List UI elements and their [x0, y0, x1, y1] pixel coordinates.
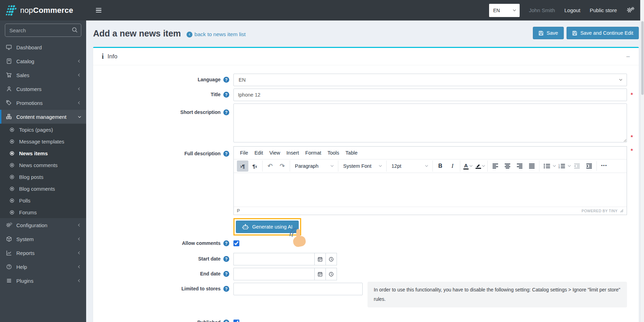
limited-to-stores-input[interactable]: [233, 283, 363, 295]
sidebar-item-topics-pages[interactable]: Topics (pages): [0, 124, 86, 135]
numbered-list-button[interactable]: 123: [556, 160, 568, 172]
editor-content-area[interactable]: [234, 173, 627, 207]
save-and-continue-button[interactable]: Save and Continue Edit: [567, 27, 639, 39]
bars-icon: [6, 278, 12, 283]
short-description-label: Short description: [180, 109, 221, 115]
public-store-link[interactable]: Public store: [590, 7, 617, 13]
clock-icon[interactable]: [325, 253, 337, 265]
redo-button[interactable]: ↷: [276, 160, 288, 172]
help-icon[interactable]: ?: [223, 240, 229, 246]
editor-menu-format[interactable]: Format: [302, 148, 324, 157]
sidebar-item-forums[interactable]: Forums: [0, 206, 86, 218]
header-language-select[interactable]: EN: [489, 4, 520, 17]
sidebar-item-blog-posts[interactable]: Blog posts: [0, 171, 86, 183]
chevron-down-icon[interactable]: [553, 164, 556, 167]
page-scrollbar[interactable]: [640, 0, 644, 322]
highlight-color-button[interactable]: [474, 160, 486, 172]
clock-icon[interactable]: [325, 268, 337, 280]
rtl-button[interactable]: ¶‹: [249, 160, 261, 172]
calendar-icon[interactable]: [314, 268, 326, 280]
floppy-icon: [538, 31, 544, 36]
align-center-button[interactable]: [502, 160, 513, 172]
align-right-button[interactable]: [514, 160, 525, 172]
start-date-input[interactable]: [233, 253, 315, 265]
brand-logo[interactable]: nopCommerce: [0, 0, 86, 20]
bullet-list-button[interactable]: [541, 160, 553, 172]
full-description-label: Full description: [184, 151, 221, 156]
outdent-button[interactable]: [571, 160, 583, 172]
save-button[interactable]: Save: [533, 27, 564, 39]
brand-name: nopCommerce: [20, 6, 73, 15]
editor-menu-view[interactable]: View: [266, 148, 283, 157]
italic-button[interactable]: I: [447, 160, 458, 172]
help-icon[interactable]: ?: [223, 151, 229, 157]
collapse-panel-button[interactable]: −: [626, 53, 630, 60]
chevron-left-icon: [78, 101, 81, 104]
help-icon[interactable]: ?: [223, 286, 229, 292]
align-justify-button[interactable]: [526, 160, 537, 172]
sidebar-item-message-templates[interactable]: Message templates: [0, 135, 86, 147]
back-to-news-list-link[interactable]: ‹ back to news item list: [187, 31, 246, 38]
sidebar-item-catalog[interactable]: Catalog: [0, 54, 86, 68]
resize-grip-icon[interactable]: [620, 209, 624, 213]
search-input[interactable]: [5, 24, 81, 37]
sidebar-item-polls[interactable]: Polls: [0, 195, 86, 206]
font-size-dropdown[interactable]: 12pt: [388, 160, 431, 172]
cubes-icon: [6, 114, 12, 119]
sidebar-item-blog-comments[interactable]: Blog comments: [0, 183, 86, 195]
sidebar-item-news-comments[interactable]: News comments: [0, 159, 86, 171]
sidebar-item-sales[interactable]: Sales: [0, 68, 86, 82]
editor-menu-tools[interactable]: Tools: [324, 148, 342, 157]
arrow-circle-left-icon: ‹: [187, 32, 192, 38]
sidebar-item-dashboard[interactable]: Dashboard: [0, 40, 86, 54]
editor-element-path[interactable]: P: [237, 208, 240, 213]
help-icon[interactable]: ?: [223, 320, 229, 322]
sidebar-item-plugins[interactable]: Plugins: [0, 274, 86, 288]
text-color-button[interactable]: A: [462, 160, 473, 172]
chevron-down-icon[interactable]: [568, 164, 571, 167]
language-select[interactable]: EN: [233, 74, 627, 86]
settings-gears-icon[interactable]: [626, 7, 635, 14]
help-icon[interactable]: ?: [223, 256, 229, 262]
editor-menu-edit[interactable]: Edit: [251, 148, 266, 157]
help-icon[interactable]: ?: [223, 109, 229, 115]
title-input[interactable]: [233, 89, 627, 101]
allow-comments-label: Allow comments: [182, 240, 221, 246]
paragraph-style-dropdown[interactable]: Paragraph: [292, 160, 336, 172]
allow-comments-checkbox[interactable]: [233, 240, 239, 246]
calendar-icon[interactable]: [314, 253, 326, 265]
font-family-dropdown[interactable]: System Font: [340, 160, 385, 172]
ltr-button[interactable]: ›¶: [237, 160, 248, 172]
published-checkbox[interactable]: [233, 320, 239, 322]
scrollbar-thumb[interactable]: [641, 21, 644, 95]
sidebar-item-customers[interactable]: Customers: [0, 82, 86, 96]
short-description-textarea[interactable]: [233, 104, 627, 142]
sidebar-toggle-icon[interactable]: [94, 6, 104, 15]
sidebar-item-news-items[interactable]: News items: [0, 147, 86, 159]
generate-using-ai-button[interactable]: Generate using AI: [236, 221, 299, 233]
sidebar-item-system[interactable]: System: [0, 232, 86, 246]
sidebar-item-configuration[interactable]: Configuration: [0, 218, 86, 232]
more-toolbar-button[interactable]: •••: [598, 160, 610, 171]
robot-icon: [242, 224, 249, 230]
undo-button[interactable]: ↶: [264, 160, 276, 172]
help-icon[interactable]: ?: [223, 271, 229, 277]
sidebar-item-promotions[interactable]: Promotions: [0, 96, 86, 110]
logout-link[interactable]: Logout: [564, 7, 580, 13]
search-icon[interactable]: [72, 27, 78, 34]
editor-menu-table[interactable]: Table: [342, 148, 361, 157]
indent-button[interactable]: [583, 160, 595, 172]
help-icon[interactable]: ?: [223, 77, 229, 83]
sidebar-item-reports[interactable]: Reports: [0, 246, 86, 260]
bold-button[interactable]: B: [435, 160, 446, 172]
editor-menu-insert[interactable]: Insert: [283, 148, 302, 157]
sidebar-item-content-management[interactable]: Content management: [0, 110, 86, 124]
align-left-button[interactable]: [489, 160, 501, 172]
circle-dot-icon: [9, 198, 15, 203]
end-date-input[interactable]: [233, 268, 315, 280]
sidebar-item-help[interactable]: Help: [0, 260, 86, 274]
editor-menu-file[interactable]: File: [237, 148, 251, 157]
help-icon[interactable]: ?: [223, 92, 229, 98]
chevron-left-icon: [78, 60, 81, 63]
chevron-left-icon: [78, 251, 81, 254]
